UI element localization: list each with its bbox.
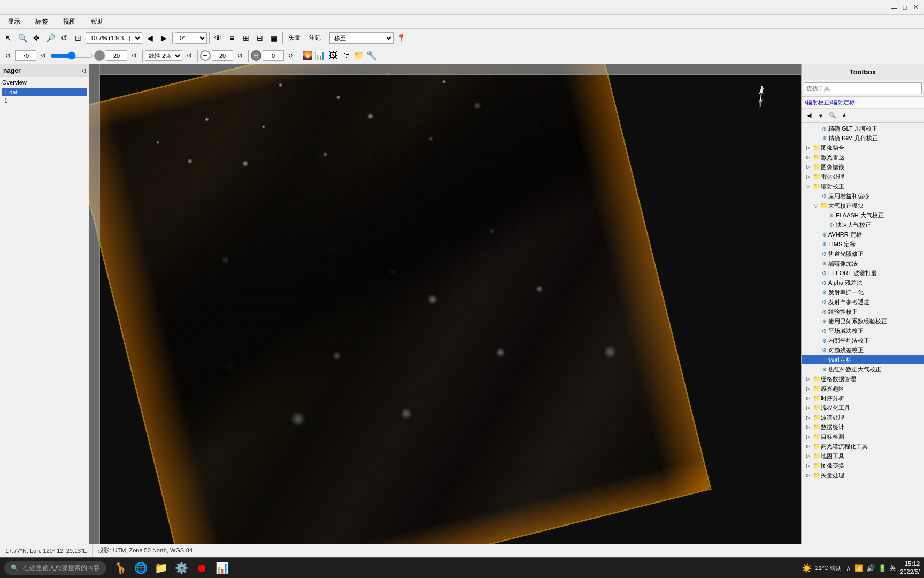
view-tool3[interactable]: ⊞	[240, 32, 252, 44]
tree-item[interactable]: ▷📁波谱处理	[802, 413, 924, 422]
network-icon[interactable]: 📶	[854, 564, 863, 572]
taskbar-icon-browser[interactable]: 🌐	[132, 559, 149, 576]
view-tool2[interactable]: ≡	[226, 32, 238, 44]
taskbar-search-bar[interactable]: 🔍 在这里输入您要搜索的内容	[4, 561, 106, 575]
tree-expand-icon[interactable]: ▷	[804, 384, 812, 393]
tool-e[interactable]: 📁	[353, 50, 365, 62]
close-button[interactable]: ✕	[911, 3, 920, 12]
zoom-out-tool[interactable]: 🔎	[44, 32, 57, 44]
tree-item[interactable]: ⚙内部平均法校正	[802, 336, 924, 345]
taskbar-icon-app[interactable]: 📊	[213, 559, 230, 576]
opacity-input2[interactable]	[263, 50, 284, 61]
taskbar-icon-record[interactable]: ⏺	[193, 559, 210, 576]
tree-expand-icon[interactable]: ▷	[804, 143, 812, 152]
minimize-button[interactable]: —	[890, 3, 898, 12]
zoom-level-dropdown[interactable]: 10.7% (1:9.3...)	[86, 32, 142, 44]
tree-item[interactable]: ▷📁图像镶嵌	[802, 162, 924, 172]
brightness-input[interactable]	[15, 50, 36, 61]
contrast-reset[interactable]: ↺	[128, 50, 140, 62]
layer-item[interactable]: 1.dat	[2, 88, 87, 96]
tree-expand-icon[interactable]: ▷	[804, 471, 812, 480]
tree-item[interactable]: ⚙发射率参考通道	[802, 297, 924, 307]
tree-item[interactable]: ⚙使用已知系数经验校正	[802, 316, 924, 326]
refresh-tool[interactable]: ↺	[58, 32, 71, 44]
tree-item[interactable]: ▷📁栅格数据管理	[802, 374, 924, 384]
tree-item[interactable]: ⚙经验性校正	[802, 307, 924, 316]
menu-display[interactable]: 显示	[4, 16, 24, 27]
contrast-input[interactable]	[106, 50, 127, 61]
maximize-button[interactable]: □	[900, 3, 909, 12]
prev-view[interactable]: ◀	[143, 32, 156, 44]
toolbox-search-input[interactable]	[804, 82, 922, 94]
tree-expand-icon[interactable]: ▷	[804, 163, 812, 171]
tree-item[interactable]: ▷📁目标检测	[802, 432, 924, 442]
menu-tags[interactable]: 标签	[32, 16, 51, 27]
view-tool5[interactable]: ▦	[267, 32, 280, 44]
tb-collapse-all[interactable]: ◀	[804, 110, 814, 121]
taskbar-icon-animal[interactable]: 🦒	[112, 559, 129, 576]
tree-item[interactable]: ⚙对趋残差校正	[802, 345, 924, 355]
tree-item[interactable]: ▷📁图像融合	[802, 143, 924, 153]
opacity-input1[interactable]	[212, 50, 233, 61]
tb-filter[interactable]: 🔍	[827, 110, 838, 121]
rotation-dropdown[interactable]: 0°	[175, 32, 207, 44]
taskbar-icon-files[interactable]: 📁	[152, 559, 170, 576]
tree-item[interactable]: ⚙精确 GLT 几何校正	[802, 124, 924, 133]
tree-item[interactable]: ⚙轨道光照修正	[802, 249, 924, 258]
tree-item[interactable]: ▷📁雷达处理	[802, 172, 924, 181]
tree-item[interactable]: ⚙精确 IGM 几何校正	[802, 133, 924, 143]
view-tool4[interactable]: ⊟	[253, 32, 266, 44]
tree-item[interactable]: ⚙Alpha 残差法	[802, 278, 924, 287]
tool-b[interactable]: 📊	[314, 50, 326, 62]
tree-item[interactable]: ⚙发射率归一化	[802, 287, 924, 297]
tree-item[interactable]: ⚙黑暗像元法	[802, 258, 924, 268]
tree-item[interactable]: ▷📁矢量处理	[802, 470, 924, 480]
stretch-dropdown[interactable]: 线性 2%	[145, 50, 182, 61]
opacity-reset1[interactable]: ↺	[234, 50, 246, 62]
panel-collapse-btn[interactable]: ◁	[81, 67, 86, 73]
tree-expand-icon[interactable]: ▷	[804, 413, 812, 422]
keyboard-icon[interactable]: 英	[890, 564, 896, 572]
tree-item[interactable]: ⚙TIMS 定标	[802, 239, 924, 249]
tree-expand-icon[interactable]: ▽	[804, 182, 812, 191]
goto-dropdown[interactable]: 移至	[329, 32, 394, 44]
tree-item[interactable]: ▷📁时序分析	[802, 393, 924, 403]
opacity-reset2[interactable]: ↺	[285, 50, 297, 62]
goto-btn[interactable]: 📍	[395, 32, 407, 44]
tree-expand-icon[interactable]: ▷	[804, 423, 812, 431]
tree-expand-icon[interactable]: ▷	[804, 461, 812, 470]
tree-item[interactable]: ⚙FLAASH 大气校正	[802, 210, 924, 220]
menu-help[interactable]: 帮助	[88, 16, 107, 27]
tree-expand-icon[interactable]: ▷	[804, 394, 812, 402]
tree-expand-icon[interactable]: ▷	[804, 404, 812, 412]
stretch-apply[interactable]: ↺	[183, 50, 195, 62]
tree-item[interactable]: ⚙AVHRR 定标	[802, 230, 924, 239]
tree-expand-icon[interactable]: ▷	[804, 442, 812, 451]
brightness-slider[interactable]	[50, 51, 93, 60]
tree-item[interactable]: ▽📁大气校正模块	[802, 201, 924, 210]
brightness-reset[interactable]: ↺	[37, 50, 49, 62]
tool-f[interactable]: 🔧	[366, 50, 378, 62]
menu-view[interactable]: 视图	[60, 16, 79, 27]
tree-item[interactable]: ⚙应用增益和偏移	[802, 191, 924, 201]
tree-expand-icon[interactable]: ▷	[804, 432, 812, 441]
tree-item[interactable]: ▷📁激光雷达	[802, 153, 924, 162]
zoom-fit-tool[interactable]: ⊡	[72, 32, 84, 44]
taskbar-icon-settings[interactable]: ⚙️	[173, 559, 190, 576]
tree-item[interactable]: ⚙辐射定标	[802, 355, 924, 364]
tree-expand-icon[interactable]: ▷	[804, 375, 812, 383]
vector-tool[interactable]: 矢量	[285, 32, 304, 44]
tree-item[interactable]: ⚙热红外数据大气校正	[802, 364, 924, 374]
tree-expand-icon[interactable]: ▷	[804, 172, 812, 181]
zoom-in-tool[interactable]: 🔍	[16, 32, 29, 44]
speaker-icon[interactable]: 🔊	[866, 564, 875, 572]
tree-item[interactable]: ▷📁数据统计	[802, 422, 924, 432]
tree-item[interactable]: ▷📁地图工具	[802, 451, 924, 461]
tree-item[interactable]: ⚙EFFORT 波谱打磨	[802, 268, 924, 278]
tree-item[interactable]: ▷📁高光谱流程化工具	[802, 442, 924, 451]
chevron-up-icon[interactable]: ∧	[846, 564, 851, 572]
tool-c[interactable]: 🖼	[327, 50, 339, 62]
view-tool1[interactable]: 👁	[212, 32, 225, 44]
tree-item[interactable]: ⚙快速大气校正	[802, 220, 924, 230]
tb-expand-all[interactable]: ▼	[815, 110, 826, 121]
